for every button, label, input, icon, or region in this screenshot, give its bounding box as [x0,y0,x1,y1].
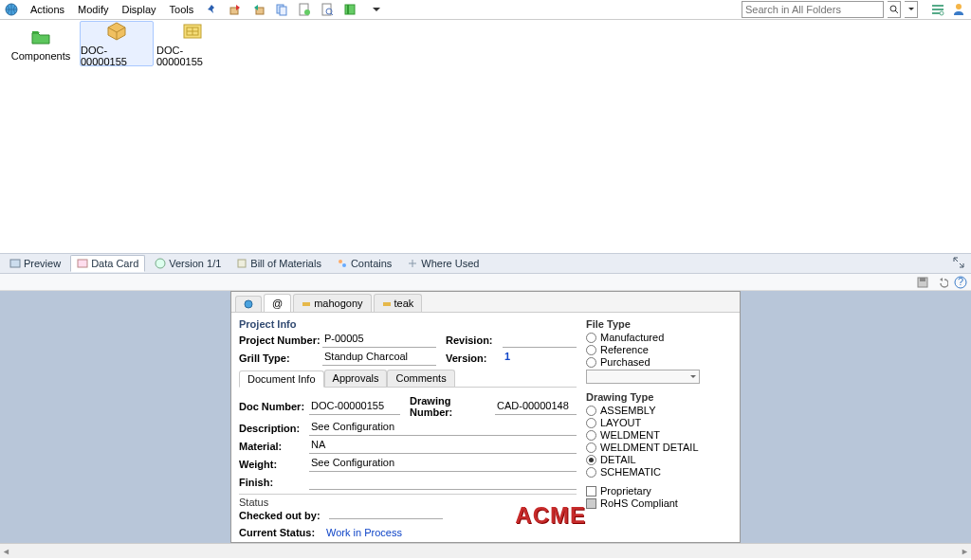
radio-schematic[interactable]: SCHEMATIC [586,466,732,478]
checkin-icon[interactable] [250,1,267,18]
config-tab-globe[interactable] [235,296,262,312]
app-icon [4,2,19,17]
search-input[interactable] [742,1,884,18]
drawing-number-label: Drawing Number: [410,395,495,418]
toolbar-dropdown-icon[interactable] [368,1,385,18]
menu-actions[interactable]: Actions [25,2,70,17]
tab-datacard[interactable]: Data Card [70,255,145,272]
radio-weldment[interactable]: WELDMENT [586,429,732,441]
weight-value[interactable]: See Configuration [309,456,577,472]
filter-list-icon[interactable] [929,1,946,18]
doc-number-value[interactable]: DOC-00000155 [309,399,400,415]
drawing-type-title: Drawing Type [586,391,732,403]
detail-tabbar: Preview Data Card Version 1/1 Bill of Ma… [0,253,971,274]
user-icon[interactable] [950,1,967,18]
radio-icon [586,467,596,478]
toolbar-right [742,1,967,18]
grill-type-label: Grill Type: [239,352,322,364]
item-components[interactable]: Components [4,21,78,66]
config-dot-icon [302,298,311,308]
finish-label: Finish: [239,477,309,488]
weight-label: Weight: [239,459,309,470]
tab-text: teak [394,298,414,309]
revision-label: Revision: [446,334,503,346]
tab-label: Contains [351,258,392,269]
check-proprietary[interactable]: Proprietary [586,485,732,497]
finish-value[interactable] [309,474,577,490]
save-card-icon[interactable] [916,276,929,289]
description-value[interactable]: See Configuration [309,420,577,436]
menu-display[interactable]: Display [116,2,161,17]
config-tab-mahogony[interactable]: mahogony [293,294,371,312]
radio-weldment-detail[interactable]: WELDMENT DETAIL [586,442,732,453]
book-icon[interactable] [341,1,358,18]
page-new-icon[interactable] [296,1,313,18]
checkbox-icon [586,498,596,509]
inner-tabs: Document Info Approvals Comments [239,370,577,388]
config-dot-icon [382,298,392,308]
item-doc-2[interactable]: DOC-00000155 [156,21,229,66]
current-status-label: Current Status: [239,527,315,538]
tab-bom[interactable]: Bill of Materials [230,256,327,271]
tab-whereused[interactable]: Where Used [401,256,485,271]
scroll-right-icon[interactable]: ► [961,547,969,556]
config-tab-at[interactable]: @ [264,294,291,312]
revision-value[interactable] [503,332,577,348]
radio-manufactured[interactable]: Manufactured [586,332,732,343]
svg-rect-35 [383,302,391,306]
radio-detail[interactable]: DETAIL [586,454,732,465]
scroll-left-icon[interactable]: ◄ [2,547,10,556]
menu-modify[interactable]: Modify [72,2,114,17]
inner-tab-docinfo[interactable]: Document Info [239,370,324,388]
right-gutter [741,291,971,543]
version-value: 1 [503,350,577,366]
tab-preview[interactable]: Preview [4,256,66,271]
file-type-title: File Type [586,318,732,330]
checked-out-by-value[interactable] [329,518,443,519]
tab-version[interactable]: Version 1/1 [149,256,227,271]
radio-icon [586,418,596,428]
current-status-value[interactable]: Work in Process [326,527,402,538]
material-value[interactable]: NA [309,438,577,454]
radio-label: DETAIL [600,454,636,465]
drawing-number-value[interactable]: CAD-00000148 [495,399,577,415]
check-rohs[interactable]: RoHS Compliant [586,497,732,509]
radio-purchased[interactable]: Purchased [586,356,732,368]
grill-type-value[interactable]: Standup Charcoal [322,350,436,366]
part-box-icon [105,20,128,43]
radio-reference[interactable]: Reference [586,344,732,355]
page-search-icon[interactable] [319,1,336,18]
toolbar-icons [228,1,385,18]
svg-text:?: ? [958,276,963,287]
search-dropdown[interactable] [905,1,918,18]
file-type-dropdown[interactable] [586,370,700,384]
inner-tab-comments[interactable]: Comments [387,370,454,387]
checkout-icon[interactable] [228,1,245,18]
help-icon[interactable]: ? [954,276,967,289]
statusbar: ? [0,274,971,291]
item-doc-1[interactable]: DOC-00000155 [80,21,154,66]
tab-label: Preview [24,258,61,269]
pin-icon[interactable] [203,1,220,18]
inner-tab-approvals[interactable]: Approvals [324,370,388,387]
svg-point-33 [245,300,252,308]
description-label: Description: [239,423,309,434]
radio-assembly[interactable]: ASSEMBLY [586,405,732,416]
project-number-value[interactable]: P-00005 [322,332,436,348]
svg-point-6 [304,9,310,15]
radio-icon [586,455,596,465]
search-button[interactable] [888,1,901,18]
horizontal-scrollbar[interactable]: ◄ ► [0,543,971,558]
expand-icon[interactable] [952,256,967,271]
menu-tools[interactable]: Tools [164,2,200,17]
radio-layout[interactable]: LAYOUT [586,417,732,428]
radio-icon [586,357,596,368]
drawing-icon [181,20,204,43]
file-type-group: File Type Manufactured Reference Purchas… [586,318,732,384]
current-status-row: Current Status: Work in Process ACME [239,527,577,538]
undo-icon[interactable] [935,276,948,289]
config-tab-teak[interactable]: teak [374,294,423,312]
tab-contains[interactable]: Contains [331,256,397,271]
copy-icon[interactable] [273,1,290,18]
check-label: Proprietary [600,485,651,497]
